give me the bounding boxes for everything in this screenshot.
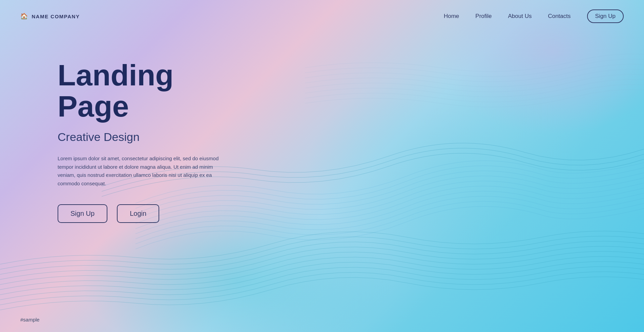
brand-name: NAME COMPANY bbox=[32, 14, 80, 19]
nav-home[interactable]: Home bbox=[444, 13, 459, 20]
hero-body: Lorem ipsum dolor sit amet, consectetur … bbox=[58, 154, 227, 188]
signup-button[interactable]: Sign Up bbox=[58, 204, 107, 223]
nav-contacts[interactable]: Contacts bbox=[548, 13, 570, 20]
hero-title: Landing Page bbox=[58, 60, 234, 122]
blob2 bbox=[305, 68, 610, 271]
nav-profile[interactable]: Profile bbox=[475, 13, 492, 20]
hero-subtitle: Creative Design bbox=[58, 130, 234, 144]
bottom-tag: #sample bbox=[20, 317, 40, 323]
home-icon: 🏠 bbox=[20, 13, 28, 20]
navbar: 🏠 NAME COMPANY Home Profile About Us Con… bbox=[0, 0, 644, 33]
hero-section: Landing Page Creative Design Lorem ipsum… bbox=[0, 33, 254, 223]
page-wrapper: 🏠 NAME COMPANY Home Profile About Us Con… bbox=[0, 0, 644, 332]
login-button[interactable]: Login bbox=[117, 204, 159, 223]
nav-about[interactable]: About Us bbox=[508, 13, 532, 20]
brand: 🏠 NAME COMPANY bbox=[20, 13, 80, 20]
nav-links: Home Profile About Us Contacts Sign Up bbox=[444, 9, 624, 23]
nav-signup-button[interactable]: Sign Up bbox=[587, 9, 624, 23]
hero-buttons: Sign Up Login bbox=[58, 204, 234, 223]
